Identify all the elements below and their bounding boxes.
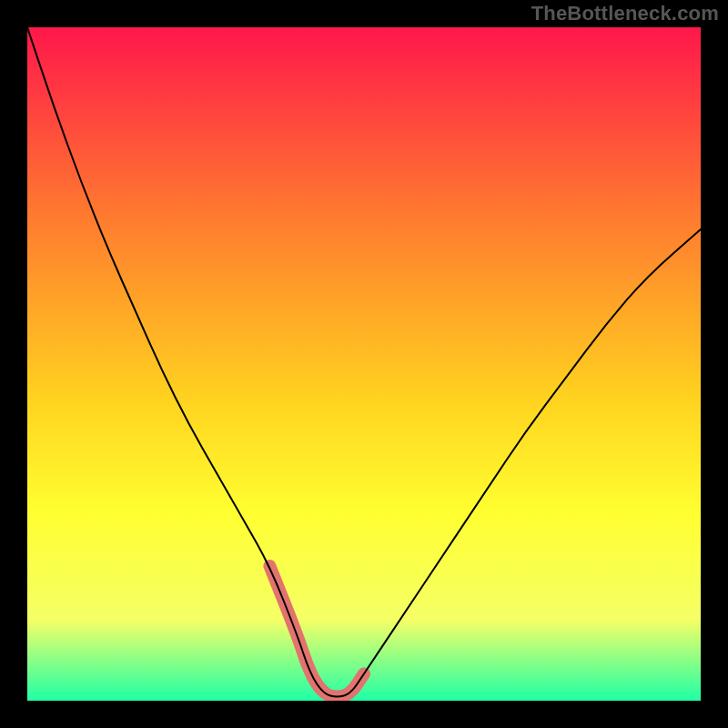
watermark-text: TheBottleneck.com — [531, 2, 719, 25]
heat-gradient-background — [27, 27, 701, 701]
bottleneck-chart — [0, 0, 728, 728]
chart-stage: TheBottleneck.com — [0, 0, 728, 728]
